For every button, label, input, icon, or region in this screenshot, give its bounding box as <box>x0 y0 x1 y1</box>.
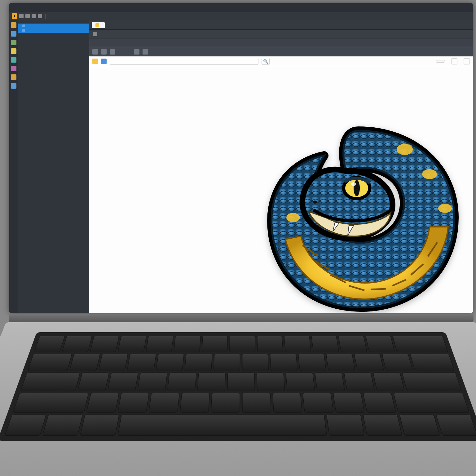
toolwin-tab[interactable] <box>107 42 111 43</box>
gutter-icon[interactable] <box>11 57 16 63</box>
toolwin-tab[interactable] <box>97 42 101 43</box>
more-icon[interactable] <box>464 58 470 64</box>
toolbar-icon[interactable] <box>19 14 24 18</box>
gutter-icon[interactable] <box>11 74 16 80</box>
toolwin-tab[interactable] <box>112 42 116 43</box>
tool-icon[interactable] <box>92 49 98 55</box>
search-input[interactable] <box>110 58 258 65</box>
python-snake-illustration <box>231 84 473 313</box>
separator <box>45 14 46 19</box>
project-sidebar <box>18 20 89 313</box>
ide-logo-icon: ✦ <box>12 13 17 19</box>
folder-icon <box>22 24 25 27</box>
gutter-icon[interactable] <box>11 83 16 89</box>
toolbar-icon[interactable] <box>25 14 30 18</box>
toolwindow-bar <box>89 38 473 47</box>
git-branch[interactable] <box>466 42 470 43</box>
svg-point-10 <box>422 169 437 179</box>
usages-pill[interactable] <box>436 60 445 63</box>
gutter-icon[interactable] <box>11 48 16 54</box>
svg-line-3 <box>330 275 346 283</box>
toolwin-tab[interactable] <box>117 42 121 43</box>
menubar: ✦ <box>9 12 473 20</box>
python-icon <box>92 59 98 64</box>
folder-icon <box>93 32 97 36</box>
svg-point-15 <box>344 178 370 199</box>
svg-line-6 <box>392 280 406 286</box>
svg-point-14 <box>313 201 317 204</box>
toolwin-tab[interactable] <box>122 42 126 43</box>
svg-line-5 <box>371 289 386 289</box>
svg-point-16 <box>354 180 360 196</box>
search-icon[interactable]: 🔍 <box>262 58 270 65</box>
toolwin-tab[interactable] <box>102 42 106 43</box>
folder-icon <box>22 29 25 32</box>
settings-icon[interactable] <box>451 58 457 64</box>
svg-point-11 <box>438 204 452 213</box>
editor-toolbar: 🔍 <box>89 56 473 66</box>
code-editor[interactable]: 🔍 <box>89 56 473 313</box>
svg-point-12 <box>302 185 315 194</box>
tool-icon[interactable] <box>143 49 148 55</box>
sidebar-item-selected[interactable] <box>18 28 89 33</box>
sidebar-item-selected[interactable] <box>18 24 89 28</box>
tool-gutter <box>9 20 18 313</box>
gutter-icon[interactable] <box>11 22 16 28</box>
editor-tabs <box>89 20 473 30</box>
tool-icon[interactable] <box>101 49 107 55</box>
svg-line-2 <box>315 261 330 270</box>
svg-point-9 <box>397 144 413 155</box>
toolstrip <box>89 47 473 56</box>
interpreter-status[interactable] <box>18 36 89 40</box>
svg-point-13 <box>286 213 300 222</box>
toolwin-tab[interactable] <box>92 42 96 43</box>
toolbar-icon[interactable] <box>38 14 42 18</box>
toolwin-tab[interactable] <box>132 42 136 43</box>
toolbar-icon[interactable] <box>32 14 36 18</box>
svg-line-4 <box>349 286 364 290</box>
titlebar <box>9 3 473 12</box>
gutter-icon[interactable] <box>11 40 16 45</box>
gutter-icon[interactable] <box>11 31 16 37</box>
toolwin-tab[interactable] <box>127 42 131 43</box>
python-file-icon <box>95 23 99 27</box>
svg-line-1 <box>302 245 318 256</box>
svg-point-17 <box>351 182 356 186</box>
tool-icon[interactable] <box>110 49 115 55</box>
breadcrumb <box>89 30 473 38</box>
tab-active[interactable] <box>92 22 105 28</box>
gutter-icon[interactable] <box>11 66 16 71</box>
keyboard <box>0 332 476 441</box>
svg-line-8 <box>428 242 437 256</box>
svg-line-7 <box>411 264 423 275</box>
shield-icon <box>101 59 107 64</box>
editor-area: 🔍 <box>89 20 473 313</box>
tool-icon[interactable] <box>134 49 139 55</box>
